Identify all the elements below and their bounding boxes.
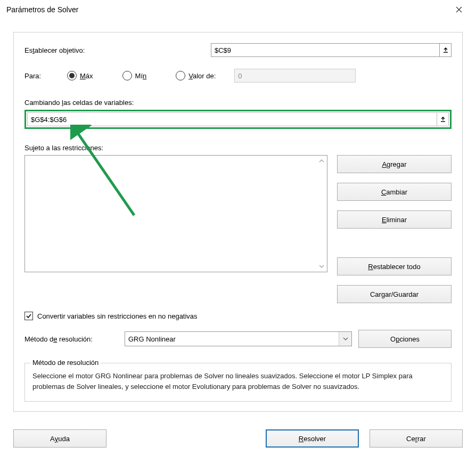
valor-input[interactable] (234, 69, 356, 83)
radio-valor-circle[interactable] (176, 71, 185, 80)
objective-input-wrap (211, 43, 452, 57)
opciones-button[interactable]: Opciones (358, 330, 452, 348)
scroll-up-icon[interactable] (317, 157, 326, 165)
ayuda-button[interactable]: Ayuda (13, 429, 106, 448)
para-label: Para: (24, 72, 67, 80)
variables-highlight (24, 110, 452, 129)
method-description-group: Método de resolución Seleccione el motor… (24, 363, 452, 402)
restablecer-button[interactable]: Restablecer todo (337, 257, 452, 275)
variables-label: Cambiando las celdas de variables: (24, 99, 452, 107)
method-row: Método de resolución: GRG Nonlinear Opci… (24, 330, 452, 348)
objective-label: Establecer objetivo: (24, 46, 211, 54)
chevron-down-icon (339, 332, 351, 346)
nonneg-label: Convertir variables sin restricciones en… (37, 312, 198, 320)
variables-ref-button[interactable] (437, 112, 449, 126)
resolver-button[interactable]: Resolver (266, 429, 359, 448)
cerrar-button[interactable]: Cerrar (370, 429, 463, 448)
radio-min[interactable]: Mín (122, 71, 147, 80)
constraints-area: Agregar Cambiar Eliminar Restablecer tod… (24, 155, 452, 303)
scroll-down-icon[interactable] (317, 262, 326, 271)
radio-min-label: Mín (135, 72, 147, 80)
close-icon (456, 6, 462, 13)
radio-valor-label: Valor de: (188, 72, 216, 80)
check-icon (26, 313, 32, 319)
titlebar: Parámetros de Solver (0, 0, 476, 19)
collapse-icon (440, 116, 446, 123)
svg-rect-1 (441, 121, 445, 122)
objective-input[interactable] (211, 43, 440, 57)
method-value: GRG Nonlinear (128, 335, 176, 343)
window-title: Parámetros de Solver (6, 5, 448, 14)
constraints-buttons: Agregar Cambiar Eliminar Restablecer tod… (337, 155, 452, 303)
nonneg-row: Convertir variables sin restricciones en… (24, 312, 452, 320)
para-row: Para: Máx Mín Valor de: (24, 69, 452, 83)
constraints-label: Sujeto a las restricciones: (24, 144, 452, 152)
radio-min-circle[interactable] (122, 71, 132, 80)
radio-valor[interactable]: Valor de: (176, 71, 216, 80)
objective-row: Establecer objetivo: (24, 43, 452, 57)
cambiar-button[interactable]: Cambiar (337, 183, 452, 201)
radio-max-label: Máx (80, 72, 93, 80)
nonneg-checkbox[interactable] (24, 312, 33, 320)
radio-max[interactable]: Máx (67, 71, 93, 80)
constraints-listbox[interactable] (24, 155, 327, 272)
method-select[interactable]: GRG Nonlinear (125, 331, 352, 346)
agregar-button[interactable]: Agregar (337, 155, 452, 173)
cargar-button[interactable]: Cargar/Guardar (337, 285, 452, 303)
variables-input[interactable] (27, 112, 437, 126)
radio-max-circle[interactable] (67, 71, 77, 80)
method-label: Método de resolución: (24, 335, 118, 343)
eliminar-button[interactable]: Eliminar (337, 210, 452, 229)
collapse-icon (442, 47, 449, 53)
svg-rect-0 (444, 52, 448, 53)
dialog-buttons: Ayuda Resolver Cerrar (13, 429, 463, 448)
close-button[interactable] (448, 0, 470, 19)
method-description-legend: Método de resolución (30, 359, 101, 367)
method-description-text: Seleccione el motor GRG Nonlinear para p… (32, 371, 444, 392)
main-panel: Establecer objetivo: Para: Máx Mín Valor… (13, 32, 463, 412)
objective-ref-button[interactable] (440, 43, 452, 57)
